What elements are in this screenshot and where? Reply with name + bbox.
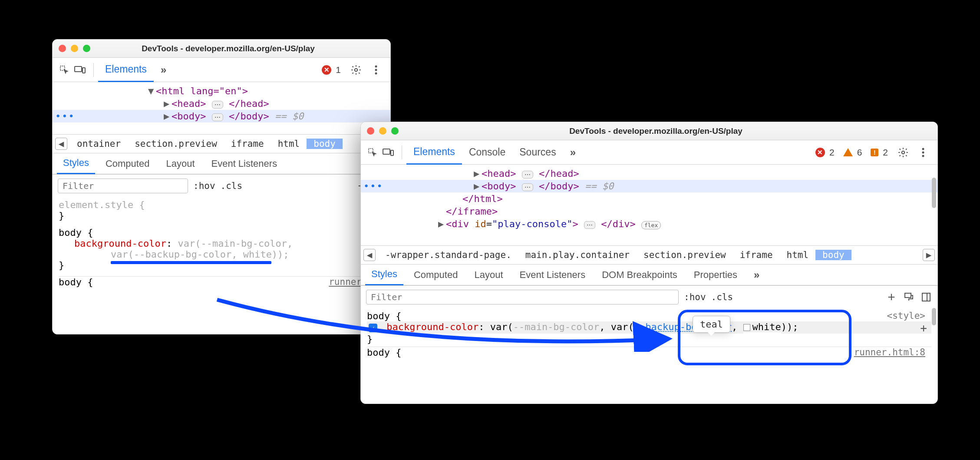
new-style-icon[interactable]: +: [885, 291, 898, 303]
minimize-dot[interactable]: [379, 127, 386, 135]
paint-icon[interactable]: [903, 291, 915, 303]
close-dot[interactable]: [367, 127, 374, 135]
subtab-computed[interactable]: Computed: [408, 265, 464, 285]
css-selector[interactable]: body {: [367, 347, 401, 358]
filter-input[interactable]: [58, 179, 188, 193]
css-source[interactable]: <style>: [887, 311, 925, 321]
subtab-styles[interactable]: Styles: [57, 153, 95, 174]
filter-input[interactable]: [366, 290, 679, 304]
crumb[interactable]: iframe: [224, 139, 271, 149]
subtab-styles[interactable]: Styles: [365, 265, 403, 285]
dom-tree[interactable]: ▼<html lang="en"> ▶<head> ⋯ </head> ••• …: [53, 82, 390, 134]
breadcrumb: ◀ ontainer section.preview iframe html b…: [53, 134, 390, 153]
crumb[interactable]: iframe: [733, 250, 780, 260]
kebab-icon[interactable]: [917, 146, 930, 159]
ellipsis-icon[interactable]: •••: [363, 181, 383, 192]
crumb-left-arrow[interactable]: ◀: [363, 249, 376, 261]
tab-elements[interactable]: Elements: [406, 140, 462, 165]
info-icon[interactable]: !: [871, 149, 878, 156]
ellipsis-icon[interactable]: ⋯: [522, 183, 533, 191]
css-selector[interactable]: body {: [59, 277, 93, 288]
minimize-dot[interactable]: [71, 45, 78, 52]
close-dot[interactable]: [59, 45, 66, 52]
error-icon[interactable]: ✕: [322, 65, 331, 75]
hov-toggle[interactable]: :hov: [684, 292, 706, 302]
error-count[interactable]: 2: [829, 147, 835, 158]
dom-line[interactable]: </iframe>: [361, 205, 937, 218]
svg-rect-1: [75, 66, 82, 72]
inspect-icon[interactable]: [58, 63, 71, 76]
css-source-link[interactable]: runner.html:8: [854, 347, 925, 357]
zoom-dot[interactable]: [391, 127, 399, 135]
ellipsis-icon[interactable]: •••: [55, 111, 75, 122]
subtab-properties[interactable]: Properties: [688, 265, 743, 285]
subtab-computed[interactable]: Computed: [99, 153, 156, 174]
tabs-overflow-icon[interactable]: »: [563, 140, 583, 165]
crumb[interactable]: section.preview: [128, 139, 224, 149]
breadcrumb: ◀ -wrapper.standard-page. main.play.cont…: [361, 245, 937, 265]
computed-panel-icon[interactable]: [920, 291, 932, 303]
css-prop[interactable]: background-color: [74, 238, 166, 249]
css-prop[interactable]: background-color: [386, 321, 478, 332]
gear-icon[interactable]: [897, 146, 910, 159]
ellipsis-icon[interactable]: ⋯: [522, 171, 533, 179]
dom-line-selected[interactable]: ••• ▶<body> ⋯ </body> == $0: [361, 180, 937, 192]
crumb-right-arrow[interactable]: ▶: [923, 249, 935, 261]
dom-line[interactable]: ▶<head> ⋯ </head>: [361, 167, 937, 180]
titlebar: DevTools - developer.mozilla.org/en-US/p…: [53, 40, 390, 58]
crumb-selected[interactable]: body: [307, 139, 343, 149]
tab-console[interactable]: Console: [462, 140, 512, 165]
zoom-dot[interactable]: [83, 45, 90, 52]
dom-tree[interactable]: ▶<head> ⋯ </head> ••• ▶<body> ⋯ </body> …: [361, 165, 937, 245]
subtabs-overflow-icon[interactable]: »: [748, 265, 766, 285]
device-icon[interactable]: [73, 63, 86, 76]
warning-icon[interactable]: [843, 148, 853, 156]
crumb[interactable]: section.preview: [637, 250, 733, 260]
css-selector[interactable]: body {: [59, 227, 93, 238]
device-icon[interactable]: [382, 146, 395, 159]
error-count[interactable]: 1: [336, 65, 341, 75]
dom-line[interactable]: ▼<html lang="en">: [53, 85, 390, 97]
cls-toggle[interactable]: .cls: [221, 181, 243, 191]
ellipsis-icon[interactable]: ⋯: [212, 101, 223, 109]
tab-elements[interactable]: Elements: [98, 58, 154, 82]
ellipsis-icon[interactable]: ⋯: [212, 113, 223, 121]
css-val[interactable]: var(--main-bg-color,: [178, 238, 293, 249]
tabs-overflow-icon[interactable]: »: [154, 58, 173, 82]
scrollbar-thumb[interactable]: [932, 178, 936, 208]
crumb[interactable]: -wrapper.standard-page.: [378, 250, 518, 260]
subtab-layout[interactable]: Layout: [468, 265, 509, 285]
inspect-icon[interactable]: [366, 146, 379, 159]
css-rules[interactable]: element.style { } <st body { background-…: [53, 197, 390, 290]
ellipsis-icon[interactable]: ⋯: [584, 221, 595, 229]
dom-line[interactable]: ▶<div id="play-console"> ⋯ </div> flex: [361, 218, 937, 230]
dom-line-selected[interactable]: ••• ▶<body> ⋯ </body> == $0: [53, 110, 390, 122]
crumb[interactable]: ontainer: [70, 139, 128, 149]
info-count[interactable]: 2: [883, 147, 888, 158]
subtab-layout[interactable]: Layout: [160, 153, 201, 174]
add-declaration-icon[interactable]: +: [920, 321, 927, 334]
crumb[interactable]: html: [271, 139, 307, 149]
css-selector[interactable]: body {: [367, 311, 401, 321]
warning-count[interactable]: 6: [857, 147, 862, 158]
tab-sources[interactable]: Sources: [512, 140, 563, 165]
svg-rect-15: [905, 293, 911, 298]
gear-icon[interactable]: [350, 63, 363, 76]
css-brace: }: [59, 210, 384, 221]
dom-line[interactable]: ▶<head> ⋯ </head>: [53, 97, 390, 110]
crumb[interactable]: main.play.container: [518, 250, 637, 260]
crumb-left-arrow[interactable]: ◀: [55, 138, 67, 150]
subtab-event-listeners[interactable]: Event Listeners: [514, 265, 592, 285]
dom-line[interactable]: </html>: [361, 192, 937, 205]
error-icon[interactable]: ✕: [815, 148, 825, 157]
hov-toggle[interactable]: :hov: [193, 181, 215, 191]
flex-badge[interactable]: flex: [641, 221, 661, 229]
scrollbar-thumb[interactable]: [932, 308, 936, 325]
rule-checkbox[interactable]: ✓: [369, 324, 377, 332]
crumb-selected[interactable]: body: [815, 250, 851, 260]
crumb[interactable]: html: [780, 250, 816, 260]
subtab-event-listeners[interactable]: Event Listeners: [205, 153, 284, 174]
subtab-dom-breakpoints[interactable]: DOM Breakpoints: [596, 265, 683, 285]
kebab-icon[interactable]: [370, 63, 383, 76]
cls-toggle[interactable]: .cls: [711, 292, 733, 302]
